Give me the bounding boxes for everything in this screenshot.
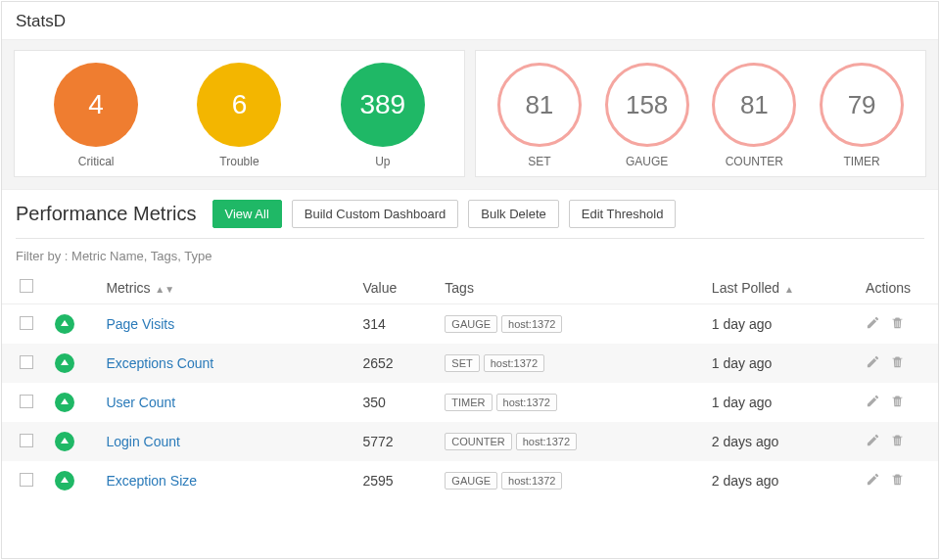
tag-host[interactable]: host:1372 (501, 315, 562, 333)
type-timer-circle: 79 (820, 63, 904, 147)
metrics-section: Performance Metrics View All Build Custo… (2, 190, 938, 239)
table-row: Exceptions Count2652SEThost:13721 day ag… (2, 344, 938, 383)
filter-row[interactable]: Filter by : Metric Name, Tags, Type (2, 239, 938, 271)
row-checkbox[interactable] (20, 434, 33, 447)
bulk-delete-button[interactable]: Bulk Delete (468, 200, 558, 228)
metric-value: 314 (352, 304, 435, 345)
metric-value: 5772 (352, 422, 435, 461)
status-up[interactable]: 389 Up (341, 63, 425, 168)
col-actions: Actions (856, 271, 938, 304)
tag-type[interactable]: COUNTER (445, 433, 511, 450)
metric-tags: GAUGEhost:1372 (435, 461, 702, 500)
metric-tags: COUNTERhost:1372 (435, 422, 702, 461)
metric-tags: SEThost:1372 (435, 344, 702, 383)
status-trouble-circle: 6 (197, 63, 281, 147)
table-row: Exception Size2595GAUGEhost:13722 days a… (2, 461, 938, 500)
status-up-label: Up (341, 155, 425, 168)
delete-icon[interactable] (890, 433, 905, 450)
tag-host[interactable]: host:1372 (516, 433, 577, 450)
edit-icon[interactable] (866, 472, 880, 490)
metric-link[interactable]: Page Visits (106, 316, 174, 332)
type-set-label: SET (497, 155, 582, 168)
edit-icon[interactable] (866, 354, 880, 372)
tag-type[interactable]: SET (445, 354, 479, 372)
view-all-button[interactable]: View All (212, 200, 282, 228)
type-gauge-circle: 158 (605, 63, 689, 147)
tag-host[interactable]: host:1372 (501, 472, 562, 490)
tag-type[interactable]: GAUGE (445, 315, 497, 333)
summary-strip: 4 Critical 6 Trouble 389 Up 81 SET 158 G… (2, 39, 938, 190)
delete-icon[interactable] (890, 354, 905, 372)
row-checkbox[interactable] (20, 395, 33, 408)
edit-icon[interactable] (866, 394, 880, 411)
col-metrics-label: Metrics (106, 280, 150, 296)
last-polled: 2 days ago (702, 422, 856, 461)
tag-type[interactable]: TIMER (445, 394, 492, 411)
edit-icon[interactable] (866, 315, 880, 333)
section-header: Performance Metrics View All Build Custo… (16, 200, 924, 239)
tag-host[interactable]: host:1372 (496, 394, 557, 411)
page-title: StatsD (2, 2, 938, 39)
type-timer-label: TIMER (820, 155, 904, 168)
tag-host[interactable]: host:1372 (484, 354, 544, 372)
status-trouble[interactable]: 6 Trouble (197, 63, 281, 168)
status-critical-circle: 4 (54, 63, 138, 147)
edit-icon[interactable] (866, 433, 880, 450)
metric-value: 2652 (352, 344, 435, 383)
status-up-icon (55, 393, 74, 412)
col-value[interactable]: Value (352, 271, 435, 304)
status-critical-label: Critical (54, 155, 138, 168)
row-checkbox[interactable] (20, 473, 33, 487)
type-counter-circle: 81 (712, 63, 796, 147)
metric-link[interactable]: Login Count (106, 434, 180, 449)
tag-type[interactable]: GAUGE (445, 472, 497, 490)
delete-icon[interactable] (890, 472, 905, 490)
metric-link[interactable]: User Count (106, 395, 175, 410)
metric-tags: TIMERhost:1372 (435, 383, 702, 422)
types-panel: 81 SET 158 GAUGE 81 COUNTER 79 TIMER (475, 50, 926, 177)
sort-asc-icon: ▲ (781, 284, 794, 295)
section-title: Performance Metrics (16, 203, 197, 225)
select-all-checkbox[interactable] (20, 279, 33, 293)
status-trouble-label: Trouble (197, 155, 281, 168)
col-last-polled[interactable]: Last Polled ▲ (702, 271, 856, 304)
type-counter-label: COUNTER (712, 155, 796, 168)
metric-link[interactable]: Exceptions Count (106, 355, 213, 371)
metric-value: 2595 (352, 461, 435, 500)
last-polled: 1 day ago (702, 383, 856, 422)
status-up-icon (55, 314, 74, 334)
type-set-circle: 81 (497, 63, 582, 147)
type-gauge[interactable]: 158 GAUGE (605, 63, 689, 168)
table-row: User Count350TIMERhost:13721 day ago (2, 383, 938, 422)
status-up-icon (55, 432, 74, 451)
row-checkbox[interactable] (20, 316, 33, 330)
last-polled: 1 day ago (702, 344, 856, 383)
last-polled: 2 days ago (702, 461, 856, 500)
status-up-circle: 389 (341, 63, 425, 147)
table-row: Login Count5772COUNTERhost:13722 days ag… (2, 422, 938, 461)
type-timer[interactable]: 79 TIMER (820, 63, 904, 168)
status-up-icon (55, 471, 74, 490)
table-row: Page Visits314GAUGEhost:13721 day ago (2, 304, 938, 345)
status-panel: 4 Critical 6 Trouble 389 Up (14, 50, 465, 177)
col-metrics[interactable]: Metrics ▲▼ (96, 271, 352, 304)
metric-value: 350 (352, 383, 435, 422)
metric-tags: GAUGEhost:1372 (435, 304, 702, 345)
app-window: StatsD 4 Critical 6 Trouble 389 Up 81 SE… (1, 1, 939, 559)
status-critical[interactable]: 4 Critical (54, 63, 138, 168)
last-polled: 1 day ago (702, 304, 856, 345)
delete-icon[interactable] (890, 394, 905, 411)
metrics-table: Metrics ▲▼ Value Tags Last Polled ▲ Acti… (2, 271, 938, 500)
build-dashboard-button[interactable]: Build Custom Dashboard (292, 200, 459, 228)
col-last-polled-label: Last Polled (712, 280, 779, 296)
delete-icon[interactable] (890, 315, 905, 333)
row-checkbox[interactable] (20, 355, 33, 369)
sort-icon: ▲▼ (153, 284, 175, 295)
status-up-icon (55, 353, 74, 373)
edit-threshold-button[interactable]: Edit Threshold (569, 200, 677, 228)
type-set[interactable]: 81 SET (497, 63, 582, 168)
type-counter[interactable]: 81 COUNTER (712, 63, 796, 168)
type-gauge-label: GAUGE (605, 155, 689, 168)
col-tags[interactable]: Tags (435, 271, 702, 304)
metric-link[interactable]: Exception Size (106, 473, 197, 489)
